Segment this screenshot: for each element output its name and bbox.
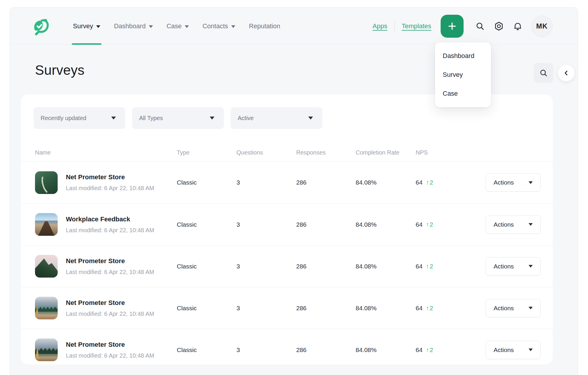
actions-label: Actions (494, 179, 514, 186)
nav-item-survey[interactable]: Survey (73, 8, 100, 45)
nav-item-case[interactable]: Case (166, 8, 189, 45)
global-search-button[interactable] (474, 20, 487, 33)
survey-type: Classic (177, 179, 236, 186)
survey-name: Net Prometer Store (66, 299, 154, 307)
survey-type: Classic (177, 305, 236, 312)
apps-link[interactable]: Apps (373, 22, 387, 30)
survey-last-modified: Last modified: 6 Apr 22, 10:48 AM (66, 269, 154, 276)
nps-up-delta: ↑2 (426, 179, 434, 186)
actions-label: Actions (494, 263, 514, 270)
actions-dropdown-button[interactable]: Actions (486, 257, 541, 276)
caret-down-icon (308, 117, 313, 120)
avatar-initials: MK (536, 22, 548, 30)
survey-completion-rate: 84.08% (356, 305, 416, 312)
surveys-table-body: Net Prometer Store Last modified: 6 Apr … (21, 162, 553, 364)
column-header-type: Type (177, 149, 236, 156)
actions-dropdown-button[interactable]: Actions (486, 215, 541, 234)
type-filter-dropdown[interactable]: All Types (132, 107, 224, 129)
templates-link[interactable]: Templates (402, 22, 431, 30)
survey-name-cell: Net Prometer Store Last modified: 6 Apr … (35, 255, 177, 278)
table-row[interactable]: Net Prometer Store Last modified: 6 Apr … (21, 162, 553, 203)
settings-button[interactable] (492, 20, 505, 33)
nav-item-dashboard[interactable]: Dashboard (114, 8, 153, 45)
nav-item-reputation[interactable]: Reputation (249, 8, 280, 45)
survey-last-modified: Last modified: 6 Apr 22, 10:48 AM (66, 227, 154, 234)
nav-item-contacts[interactable]: Contacts (202, 8, 235, 45)
survey-thumbnail (35, 297, 58, 319)
survey-type: Classic (177, 263, 236, 270)
gear-icon (494, 21, 504, 31)
survey-responses-count: 286 (296, 179, 356, 186)
actions-label: Actions (494, 221, 514, 228)
nps-up-delta: ↑2 (426, 305, 434, 312)
chevron-down-icon (185, 25, 189, 28)
actions-dropdown-button[interactable]: Actions (486, 341, 541, 359)
survey-last-modified: Last modified: 6 Apr 22, 10:48 AM (66, 311, 154, 317)
survey-thumbnail (35, 255, 58, 278)
nav-label: Dashboard (114, 22, 146, 30)
search-icon (475, 21, 485, 31)
survey-nps-cell: 64 ↑2 (416, 263, 486, 270)
caret-down-icon (529, 223, 533, 226)
page-title: Surveys (35, 62, 84, 78)
survey-thumbnail (35, 213, 58, 236)
filter-value: Recently updated (41, 115, 86, 122)
actions-label: Actions (494, 346, 514, 354)
caret-down-icon (529, 181, 533, 184)
menu-item-case[interactable]: Case (435, 84, 491, 103)
survey-nps-cell: 64 ↑2 (416, 346, 486, 354)
actions-label: Actions (494, 305, 514, 312)
table-header-row: Name Type Questions Responses Completion… (21, 144, 553, 162)
survey-name: Net Prometer Store (66, 257, 154, 265)
survey-completion-rate: 84.08% (356, 346, 416, 354)
topbar-right-cluster: Apps Templates (373, 8, 553, 45)
main-nav: Survey Dashboard Case Contacts Reputatio… (73, 8, 280, 45)
status-filter-dropdown[interactable]: Active (231, 107, 322, 129)
survey-completion-rate: 84.08% (356, 263, 416, 270)
survey-thumbnail (35, 171, 58, 194)
nps-value: 64 (416, 305, 422, 312)
survey-nps-cell: 64 ↑2 (416, 221, 486, 228)
actions-dropdown-button[interactable]: Actions (486, 173, 541, 192)
survey-responses-count: 286 (296, 346, 356, 354)
survey-completion-rate: 84.08% (356, 221, 416, 228)
search-icon (539, 69, 548, 77)
menu-item-dashboard[interactable]: Dashboard (435, 47, 491, 65)
user-avatar[interactable]: MK (531, 16, 553, 37)
create-new-button[interactable] (441, 15, 464, 38)
survey-name-cell: Net Prometer Store Last modified: 6 Apr … (35, 297, 177, 319)
survey-thumbnail (35, 339, 58, 361)
caret-down-icon (210, 117, 214, 120)
caret-down-icon (529, 265, 533, 268)
menu-item-survey[interactable]: Survey (435, 65, 491, 84)
table-row[interactable]: Net Prometer Store Last modified: 6 Apr … (21, 245, 553, 287)
survey-responses-count: 286 (296, 305, 356, 312)
survey-last-modified: Last modified: 6 Apr 22, 10:48 AM (66, 352, 154, 359)
survey-name-cell: Net Prometer Store Last modified: 6 Apr … (35, 339, 177, 361)
top-navigation-bar: Survey Dashboard Case Contacts Reputatio… (10, 8, 578, 45)
brand-logo-icon[interactable] (31, 17, 50, 36)
table-row[interactable]: Net Prometer Store Last modified: 6 Apr … (21, 329, 553, 364)
collapse-panel-button[interactable] (558, 65, 574, 81)
sort-filter-dropdown[interactable]: Recently updated (34, 107, 125, 129)
survey-name-block: Net Prometer Store Last modified: 6 Apr … (66, 341, 154, 359)
survey-type: Classic (177, 346, 236, 354)
filter-bar: Recently updated All Types Active (34, 107, 322, 129)
column-header-nps: NPS (416, 149, 486, 156)
surveys-search-button[interactable] (534, 63, 553, 83)
survey-completion-rate: 84.08% (356, 179, 416, 186)
table-row[interactable]: Net Prometer Store Last modified: 6 Apr … (21, 287, 553, 329)
column-header-questions: Questions (236, 149, 296, 156)
nps-value: 64 (416, 221, 422, 228)
survey-name-block: Workplace Feedback Last modified: 6 Apr … (66, 215, 154, 234)
column-header-completion-rate: Completion Rate (356, 149, 416, 156)
nav-label: Reputation (249, 22, 280, 30)
surveys-card: Recently updated All Types Active Name T… (21, 94, 553, 364)
notifications-button[interactable] (511, 20, 524, 33)
nps-up-delta: ↑2 (426, 346, 434, 354)
survey-questions-count: 3 (236, 346, 296, 354)
table-row[interactable]: Workplace Feedback Last modified: 6 Apr … (21, 203, 553, 245)
caret-down-icon (529, 307, 533, 309)
survey-name-block: Net Prometer Store Last modified: 6 Apr … (66, 299, 154, 317)
actions-dropdown-button[interactable]: Actions (486, 299, 541, 317)
